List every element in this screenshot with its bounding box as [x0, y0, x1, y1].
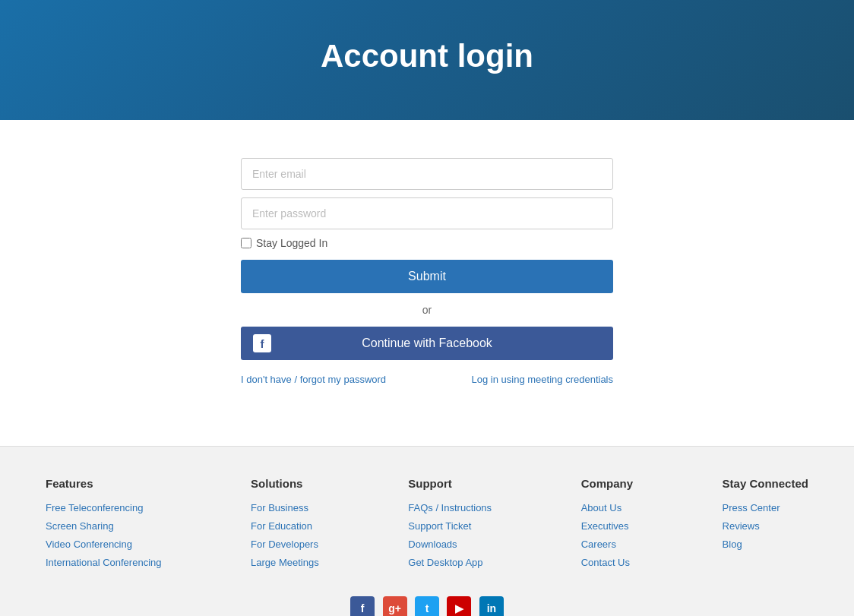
social-twitter-icon[interactable]: t: [415, 596, 439, 616]
footer-col-company: Company About Us Executives Careers Cont…: [581, 477, 633, 573]
footer-link-international-conferencing[interactable]: International Conferencing: [46, 557, 162, 568]
stay-logged-in-checkbox[interactable]: [241, 238, 251, 248]
footer-link-press-center[interactable]: Press Center: [723, 502, 780, 513]
social-youtube-icon[interactable]: ▶: [447, 596, 471, 616]
main-content: Stay Logged In Submit or f Continue with…: [0, 120, 854, 446]
footer-link-executives[interactable]: Executives: [581, 520, 629, 532]
footer-link-video-conferencing[interactable]: Video Conferencing: [46, 539, 132, 550]
footer-link-for-business[interactable]: For Business: [251, 502, 308, 513]
login-form: Stay Logged In Submit or f Continue with…: [241, 158, 613, 385]
page-header: Account login: [0, 0, 854, 120]
footer-link-faqs[interactable]: FAQs / Instructions: [408, 502, 492, 513]
footer-features-heading: Features: [46, 477, 162, 490]
form-links: I don't have / forgot my password Log in…: [241, 374, 613, 385]
footer-support-heading: Support: [408, 477, 492, 490]
footer-company-heading: Company: [581, 477, 633, 490]
footer-link-support-ticket[interactable]: Support Ticket: [408, 520, 471, 532]
footer-link-screen-sharing[interactable]: Screen Sharing: [46, 520, 114, 532]
footer-link-blog[interactable]: Blog: [723, 539, 742, 550]
footer-features-list: Free Teleconferencing Screen Sharing Vid…: [46, 501, 162, 569]
footer: Features Free Teleconferencing Screen Sh…: [0, 446, 854, 616]
footer-col-solutions: Solutions For Business For Education For…: [251, 477, 319, 573]
email-input[interactable]: [241, 158, 613, 190]
footer-solutions-list: For Business For Education For Developer…: [251, 501, 319, 569]
footer-stay-connected-list: Press Center Reviews Blog: [723, 501, 808, 551]
footer-link-for-developers[interactable]: For Developers: [251, 539, 318, 550]
social-linkedin-icon[interactable]: in: [479, 596, 504, 616]
footer-link-free-teleconferencing[interactable]: Free Teleconferencing: [46, 502, 143, 513]
footer-company-list: About Us Executives Careers Contact Us: [581, 501, 633, 569]
page-title: Account login: [15, 38, 839, 74]
footer-link-downloads[interactable]: Downloads: [408, 539, 457, 550]
facebook-icon: f: [253, 334, 271, 352]
stay-logged-in-label: Stay Logged In: [256, 237, 327, 249]
password-input[interactable]: [241, 197, 613, 229]
footer-link-for-education[interactable]: For Education: [251, 520, 312, 532]
meeting-credentials-link[interactable]: Log in using meeting credentials: [472, 374, 613, 385]
footer-link-contact-us[interactable]: Contact Us: [581, 557, 630, 568]
footer-link-desktop-app[interactable]: Get Desktop App: [408, 557, 482, 568]
stay-logged-in-row: Stay Logged In: [241, 237, 613, 249]
social-icons-row: f g+ t ▶ in: [46, 596, 808, 616]
footer-support-list: FAQs / Instructions Support Ticket Downl…: [408, 501, 492, 569]
footer-col-support: Support FAQs / Instructions Support Tick…: [408, 477, 492, 573]
footer-link-about-us[interactable]: About Us: [581, 502, 622, 513]
submit-button[interactable]: Submit: [241, 260, 613, 293]
forgot-password-link[interactable]: I don't have / forgot my password: [241, 374, 386, 385]
facebook-button[interactable]: f Continue with Facebook: [241, 327, 613, 360]
footer-columns: Features Free Teleconferencing Screen Sh…: [46, 477, 808, 573]
footer-col-features: Features Free Teleconferencing Screen Sh…: [46, 477, 162, 573]
footer-stay-connected-heading: Stay Connected: [723, 477, 808, 490]
footer-col-stay-connected: Stay Connected Press Center Reviews Blog: [723, 477, 808, 573]
or-divider: or: [241, 304, 613, 316]
footer-link-large-meetings[interactable]: Large Meetings: [251, 557, 319, 568]
social-googleplus-icon[interactable]: g+: [383, 596, 407, 616]
social-facebook-icon[interactable]: f: [350, 596, 375, 616]
footer-link-reviews[interactable]: Reviews: [723, 520, 760, 532]
facebook-button-label: Continue with Facebook: [362, 336, 492, 350]
footer-solutions-heading: Solutions: [251, 477, 319, 490]
footer-link-careers[interactable]: Careers: [581, 539, 616, 550]
